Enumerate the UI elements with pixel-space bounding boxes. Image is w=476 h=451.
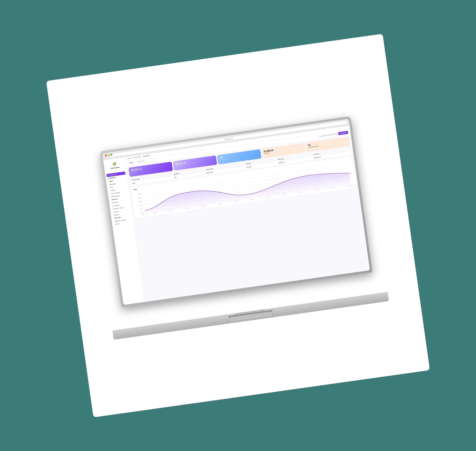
breadcrumb-sep2: / (142, 156, 142, 157)
svg-text:$6k: $6k (138, 194, 141, 195)
svg-text:$2k: $2k (140, 208, 143, 210)
traffic-light-green[interactable] (110, 153, 112, 156)
svg-text:$4k: $4k (139, 201, 142, 202)
traffic-light-red[interactable] (105, 154, 107, 156)
breadcrumb-sep1: / (131, 157, 132, 159)
date-selector-label: Today (129, 162, 133, 164)
svg-text:$1k: $1k (140, 212, 144, 213)
sidebar-logo: 🌿 The Pot Shop (103, 159, 126, 173)
laptop: smartpos.com 🌿 The Pot Shop ⊞ (87, 114, 388, 337)
reports-icon: 📊 (108, 178, 109, 179)
search-icon: 🔍 (138, 161, 140, 163)
browser-window: smartpos.com 🌿 The Pot Shop ⊞ (102, 119, 370, 305)
sales-chevron: ▾ (113, 180, 114, 182)
main-content: Home / The Pot Shop / Dashboard (125, 125, 370, 302)
date-display: Jun 3, 2022 (12:00 AM - 11:59 PM) (319, 133, 337, 137)
url-text: smartpos.com (224, 138, 233, 140)
scene: smartpos.com 🌿 The Pot Shop ⊞ (22, 9, 454, 442)
date-chevron: ▾ (133, 162, 134, 163)
date-selector[interactable]: Today ▾ (128, 161, 136, 165)
breadcrumb-shop[interactable]: The Pot Shop (133, 156, 141, 159)
traffic-light-yellow[interactable] (108, 154, 110, 156)
breadcrumb-home[interactable]: Home (127, 157, 131, 159)
svg-text:$3k: $3k (139, 204, 143, 206)
financial-chevron: ▾ (121, 216, 121, 218)
laptop-screen-bezel: smartpos.com 🌿 The Pot Shop ⊞ (102, 119, 370, 305)
product-chevron: ▾ (117, 198, 118, 200)
breadcrumb-current: Dashboard (143, 155, 150, 157)
dashboard-icon: ⊞ (108, 175, 109, 176)
chart-line-dotted (349, 172, 354, 175)
logo-text: The Pot Shop (110, 166, 120, 169)
download-button[interactable]: Download (338, 131, 348, 135)
svg-text:$0: $0 (142, 214, 144, 215)
reports-chevron: ▾ (115, 177, 116, 178)
logo-icon: 🌿 (106, 161, 124, 167)
svg-text:$5k: $5k (138, 197, 142, 199)
search-placeholder: Search (140, 160, 144, 162)
